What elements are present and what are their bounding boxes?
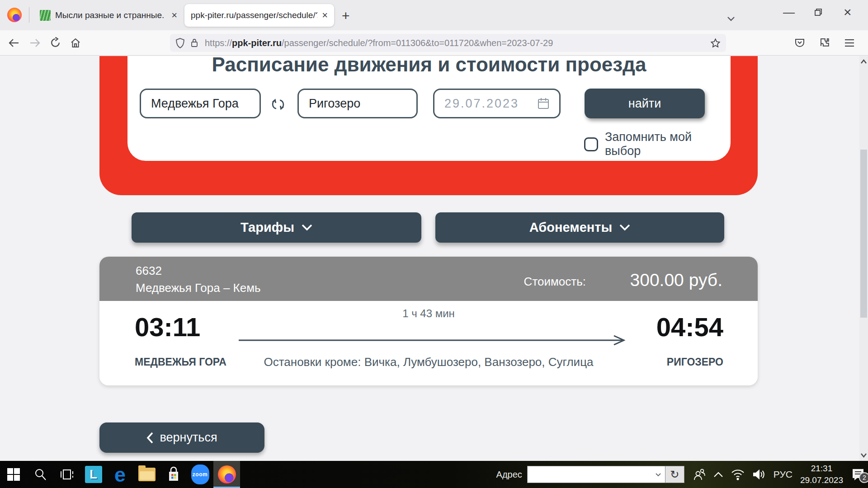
url-text[interactable]: https://ppk-piter.ru/passenger/schedule/… (205, 38, 706, 48)
store-button[interactable] (160, 461, 187, 488)
tab-title: ppk-piter.ru/passenger/schedule/?fr (191, 10, 317, 20)
clock-date: 29.07.2023 (800, 474, 843, 486)
store-icon (166, 466, 181, 483)
restore-icon[interactable] (814, 0, 823, 24)
subscriptions-button[interactable]: Абонементы (435, 212, 724, 243)
tariffs-label: Тарифы (241, 220, 294, 235)
list-tabs-chevron-icon[interactable] (726, 6, 736, 31)
trip-card-header: 6632 Медвежья Гора – Кемь Стоимость: 300… (99, 257, 758, 301)
wifi-icon[interactable] (731, 469, 745, 480)
scrollbar-up-icon[interactable] (859, 59, 868, 64)
taskbar-apps: L e zoom (0, 461, 240, 488)
tab-bar: Мысли разные и странные. - М × ppk-piter… (0, 0, 868, 30)
home-icon[interactable] (66, 30, 85, 55)
find-button[interactable]: найти (585, 89, 705, 118)
close-window-icon[interactable]: × (844, 0, 852, 24)
remember-label: Запомнить мой выбор (605, 130, 731, 158)
windows-logo-icon (7, 468, 20, 481)
menu-icon[interactable] (840, 30, 859, 55)
chevron-down-icon (619, 224, 630, 231)
chevron-down-icon[interactable] (655, 473, 661, 477)
search-banner: Расписание движения и стоимости проезда … (99, 56, 758, 195)
chevron-down-icon (302, 224, 312, 231)
tab-close-icon[interactable]: × (322, 10, 328, 20)
volume-icon[interactable] (752, 469, 766, 480)
search-card: Расписание движения и стоимости проезда … (127, 56, 731, 161)
back-icon[interactable] (5, 30, 24, 55)
extensions-icon[interactable] (815, 30, 834, 55)
address-bar[interactable]: https://ppk-piter.ru/passenger/schedule/… (170, 34, 726, 52)
firefox-logo-icon[interactable] (7, 8, 22, 22)
task-view-button[interactable] (53, 461, 80, 488)
url-domain: ppk-piter.ru (232, 38, 282, 48)
clock-time: 21:31 (800, 463, 843, 474)
swap-stations-icon[interactable] (269, 95, 288, 114)
scrollbar-thumb[interactable] (860, 150, 867, 318)
chevron-left-icon (146, 432, 153, 444)
scrollbar[interactable] (859, 56, 868, 461)
find-button-label: найти (628, 97, 661, 111)
minimize-icon[interactable]: — (783, 0, 795, 24)
shield-icon[interactable] (175, 38, 185, 48)
url-scheme: https:// (205, 38, 232, 48)
action-center-button[interactable]: 2 (851, 468, 865, 481)
station-from-value: Медвежья Гора (151, 97, 239, 111)
reload-icon[interactable] (46, 30, 65, 55)
search-icon (33, 468, 47, 481)
train-route: Медвежья Гора – Кемь (136, 281, 261, 295)
people-icon[interactable] (692, 468, 706, 481)
tariffs-button[interactable]: Тарифы (132, 212, 421, 243)
station-to-input[interactable]: Ригозеро (297, 89, 418, 118)
new-tab-icon[interactable]: + (342, 8, 350, 23)
forward-icon[interactable] (25, 30, 44, 55)
arrive-time: 04:54 (656, 312, 723, 342)
hidden-icons-chevron-icon[interactable] (713, 471, 723, 478)
tab-inactive[interactable]: Мысли разные и странные. - М × (36, 4, 181, 27)
nav-toolbar: https://ppk-piter.ru/passenger/schedule/… (0, 30, 868, 56)
taskbar: L e zoom А (0, 461, 868, 488)
l-app-button[interactable]: L (80, 461, 107, 488)
back-button-label: вернуться (160, 431, 217, 445)
station-from-input[interactable]: Медвежья Гора (140, 89, 261, 118)
url-path: /passenger/schedule/?from=011306&to=0117… (282, 38, 553, 48)
zoom-button[interactable]: zoom (187, 461, 213, 488)
tab-close-icon[interactable]: × (171, 10, 177, 20)
calendar-icon[interactable] (538, 97, 549, 110)
bookmark-star-icon[interactable] (710, 38, 721, 48)
folder-icon (138, 468, 156, 481)
start-button[interactable] (0, 461, 27, 488)
browser-window: Мысли разные и странные. - М × ppk-piter… (0, 0, 868, 488)
zoom-icon: zoom (191, 465, 209, 484)
trip-stops: Остановки кроме: Вичка, Лумбушозеро, Ван… (99, 355, 758, 369)
scrollbar-down-icon[interactable] (859, 453, 868, 458)
taskbar-clock[interactable]: 21:31 29.07.2023 (800, 463, 843, 486)
remember-choice: Запомнить мой выбор (584, 130, 731, 158)
pocket-icon[interactable] (790, 30, 809, 55)
route-arrow-icon (239, 334, 626, 346)
language-indicator[interactable]: РУС (774, 469, 793, 480)
station-to-value: Ригозеро (309, 97, 360, 111)
notification-badge: 2 (859, 472, 868, 483)
trip-card[interactable]: 6632 Медвежья Гора – Кемь Стоимость: 300… (99, 257, 758, 385)
edge-button[interactable]: e (107, 461, 133, 488)
date-value: 29.07.2023 (444, 97, 519, 111)
divider (29, 7, 29, 23)
taskbar-search-button[interactable] (27, 461, 53, 488)
cost-label: Стоимость: (524, 275, 586, 289)
subscriptions-label: Абонементы (529, 220, 613, 235)
lock-icon (190, 38, 198, 48)
page-title: Расписание движения и стоимости проезда (127, 53, 731, 76)
firefox-button[interactable] (213, 461, 240, 488)
address-toolbar: ↻ (527, 466, 684, 483)
address-toolbar-input[interactable] (527, 466, 665, 483)
tab-active[interactable]: ppk-piter.ru/passenger/schedule/?fr × (184, 4, 334, 27)
remember-checkbox[interactable] (584, 137, 598, 151)
page-content: Расписание движения и стоимости проезда … (0, 56, 868, 461)
task-view-icon (60, 468, 74, 481)
firefox-icon (218, 465, 236, 483)
date-input[interactable]: 29.07.2023 (433, 89, 561, 118)
file-explorer-button[interactable] (133, 461, 160, 488)
address-go-button[interactable]: ↻ (665, 466, 684, 483)
tab-title: Мысли разные и странные. - М (55, 10, 167, 20)
back-button[interactable]: вернуться (99, 422, 264, 453)
